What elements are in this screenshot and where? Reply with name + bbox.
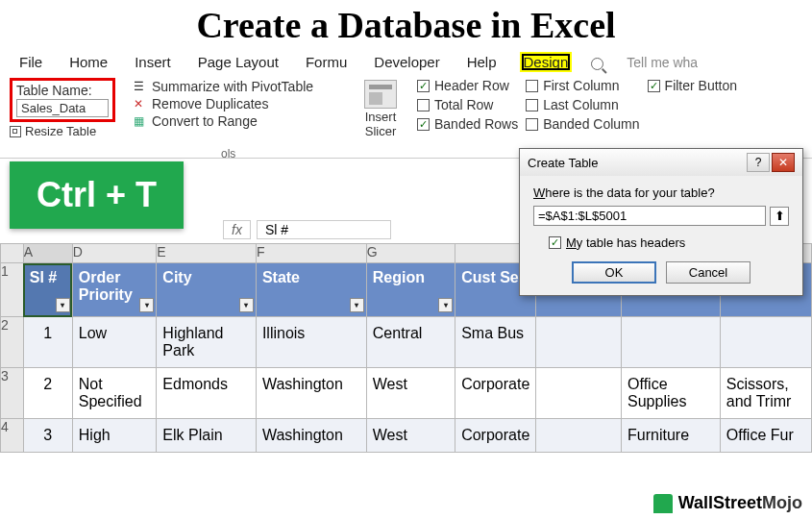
cell[interactable]: 1: [23, 317, 72, 368]
filter-dropdown-icon[interactable]: ▾: [56, 298, 70, 312]
help-button[interactable]: ?: [747, 153, 770, 172]
cell[interactable]: [720, 317, 811, 368]
cell[interactable]: Scissors, and Trimr: [720, 368, 811, 419]
ok-button[interactable]: OK: [572, 261, 656, 284]
page-title: Create a Database in Excel: [0, 0, 812, 50]
col-header-g[interactable]: G: [366, 244, 455, 263]
col-header-f[interactable]: F: [256, 244, 366, 263]
cell[interactable]: [536, 419, 622, 453]
cell[interactable]: Elk Plain: [157, 419, 257, 453]
col-header-a[interactable]: A: [23, 244, 72, 263]
header-city[interactable]: City▾: [157, 263, 257, 317]
cell[interactable]: Edmonds: [157, 368, 257, 419]
header-region[interactable]: Region▾: [366, 263, 455, 317]
logo-icon: [653, 494, 673, 513]
first-column-checkbox[interactable]: First Column: [526, 78, 639, 93]
row-header-1[interactable]: 1: [1, 263, 24, 317]
table-name-box: Table Name: Sales_Data: [10, 78, 115, 122]
filter-dropdown-icon[interactable]: ▾: [350, 298, 364, 312]
total-row-checkbox[interactable]: Total Row: [417, 97, 518, 112]
dialog-question: Where is the data for your table?: [533, 185, 789, 200]
tab-help[interactable]: Help: [463, 52, 501, 72]
tab-file[interactable]: File: [15, 52, 46, 72]
cell[interactable]: Washington: [256, 419, 366, 453]
last-column-checkbox[interactable]: Last Column: [526, 97, 639, 112]
banded-rows-checkbox[interactable]: Banded Rows: [417, 116, 518, 132]
filter-dropdown-icon[interactable]: ▾: [438, 298, 453, 312]
resize-icon: [10, 126, 21, 137]
row-header[interactable]: 4: [1, 419, 24, 453]
remove-duplicates-button[interactable]: ✕Remove Duplicates: [131, 95, 352, 112]
row-header[interactable]: 3: [1, 368, 24, 419]
cell[interactable]: Low: [72, 317, 157, 368]
slicer-label-1: Insert: [352, 111, 409, 125]
cell[interactable]: [536, 317, 622, 368]
col-header-d[interactable]: D: [72, 244, 157, 263]
ribbon-tabs: File Home Insert Page Layout Formu Devel…: [0, 50, 812, 74]
tab-insert[interactable]: Insert: [131, 52, 175, 72]
cell[interactable]: Office Supplies: [622, 368, 721, 419]
banded-column-checkbox[interactable]: Banded Column: [526, 116, 639, 132]
wallstreetmojo-logo: WallStreetMojo: [653, 493, 802, 513]
header-state[interactable]: State▾: [256, 263, 366, 317]
row-header[interactable]: 2: [1, 317, 24, 368]
cell[interactable]: Washington: [256, 368, 366, 419]
shortcut-badge: Ctrl + T: [10, 161, 184, 229]
header-sl[interactable]: Sl #▾: [23, 263, 72, 317]
group-tools: ☰Summarize with PivotTable ✕Remove Dupli…: [131, 78, 352, 156]
tab-home[interactable]: Home: [65, 52, 111, 72]
headers-checkbox[interactable]: My table has headers: [549, 235, 789, 250]
resize-table-button[interactable]: Resize Table: [10, 124, 131, 138]
fx-button[interactable]: fx: [223, 220, 251, 239]
create-table-dialog: Create Table ? ✕ Where is the data for y…: [519, 148, 803, 296]
tools-group-label: ols: [221, 147, 235, 161]
tab-design[interactable]: Design: [520, 52, 573, 72]
formula-input[interactable]: Sl #: [257, 220, 391, 239]
tab-formulas[interactable]: Formu: [302, 52, 351, 72]
col-header-e[interactable]: E: [157, 244, 257, 263]
cell[interactable]: Office Fur: [720, 419, 811, 453]
close-button[interactable]: ✕: [772, 153, 795, 172]
ribbon-body: Table Name: Sales_Data Resize Table ☰Sum…: [0, 74, 812, 159]
cell[interactable]: [622, 317, 721, 368]
cell[interactable]: Furniture: [622, 419, 721, 453]
tab-developer[interactable]: Developer: [370, 52, 443, 72]
cell[interactable]: Corporate: [455, 368, 536, 419]
group-properties: Table Name: Sales_Data Resize Table: [8, 78, 131, 156]
resize-table-label: Resize Table: [25, 124, 96, 138]
convert-range-icon: ▦: [131, 113, 146, 129]
cell[interactable]: 3: [23, 419, 72, 453]
filter-dropdown-icon[interactable]: ▾: [139, 298, 154, 312]
dialog-titlebar: Create Table ? ✕: [520, 149, 802, 176]
tab-page-layout[interactable]: Page Layout: [194, 52, 283, 72]
group-style-options: Header Row Total Row Banded Rows First C…: [409, 78, 804, 156]
cell[interactable]: 2: [23, 368, 72, 419]
cell[interactable]: Highland Park: [157, 317, 257, 368]
select-all-cell[interactable]: [1, 244, 24, 263]
cancel-button[interactable]: Cancel: [666, 261, 750, 284]
cell[interactable]: [536, 368, 622, 419]
cell[interactable]: Sma Bus: [455, 317, 536, 368]
summarize-pivot-button[interactable]: ☰Summarize with PivotTable: [131, 78, 352, 95]
filter-button-checkbox[interactable]: Filter Button: [648, 78, 737, 93]
search-icon: [591, 58, 603, 70]
cell[interactable]: Corporate: [455, 419, 536, 453]
cell[interactable]: West: [366, 419, 455, 453]
table-name-input[interactable]: Sales_Data: [16, 99, 109, 117]
header-order-priority[interactable]: Order Priority▾: [72, 263, 157, 317]
range-input[interactable]: [533, 206, 766, 226]
collapse-dialog-icon[interactable]: ⬆: [770, 207, 789, 226]
insert-slicer-button[interactable]: Insert Slicer: [352, 78, 409, 156]
tell-me-input[interactable]: Tell me wha: [623, 53, 701, 72]
cell[interactable]: Illinois: [256, 317, 366, 368]
cell[interactable]: West: [366, 368, 455, 419]
cell[interactable]: Central: [366, 317, 455, 368]
remove-dup-icon: ✕: [131, 96, 146, 111]
convert-range-button[interactable]: ▦Convert to Range: [131, 112, 352, 130]
table-name-label: Table Name:: [16, 83, 109, 98]
cell[interactable]: Not Specified: [72, 368, 157, 419]
cell[interactable]: High: [72, 419, 157, 453]
filter-dropdown-icon[interactable]: ▾: [239, 298, 254, 312]
header-row-checkbox[interactable]: Header Row: [417, 78, 518, 93]
slicer-icon: [364, 80, 397, 109]
